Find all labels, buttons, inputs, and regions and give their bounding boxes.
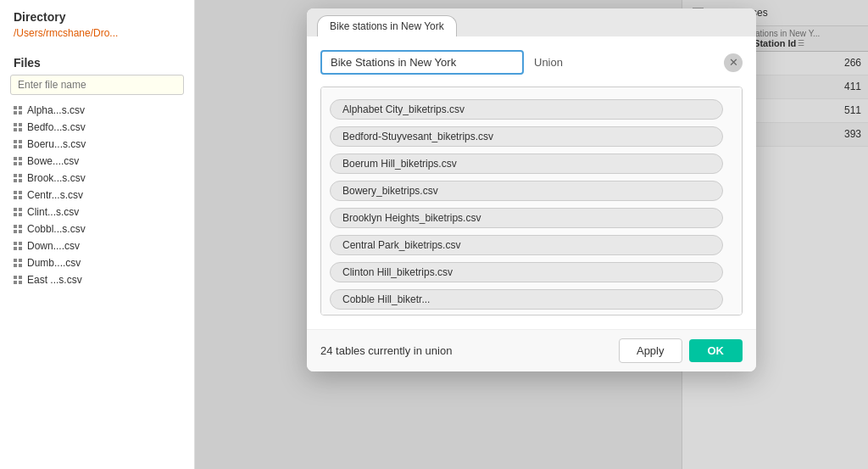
modal-overlay: Bike stations in New York Union ✕ Alphab… [195,0,868,469]
list-item[interactable]: Alpha...s.csv [0,102,194,119]
union-type-label: Union [534,56,563,69]
list-item[interactable]: Dumb....csv [0,254,194,271]
file-list: Alpha...s.csv Bedfo...s.csv Boeru...s.cs… [0,102,194,459]
sidebar: Directory /Users/rmcshane/Dro... Files A… [0,0,195,469]
modal-tab-label: Bike stations in New York [330,20,444,32]
file-search-input[interactable] [10,75,184,95]
modal-file-list: Alphabet City_biketrips.csv Bedford-Stuy… [320,87,743,315]
modal-file-item[interactable]: Clinton Hill_biketrips.csv [330,262,723,282]
list-item[interactable]: Bedfo...s.csv [0,119,194,136]
file-name: Down....csv [27,240,80,252]
list-item[interactable]: East ...s.csv [0,271,194,288]
modal-file-item[interactable]: Central Park_biketrips.csv [330,235,723,255]
directory-title: Directory [0,10,194,27]
modal-tab-active[interactable]: Bike stations in New York [317,15,457,36]
list-item[interactable]: Bowe....csv [0,153,194,170]
file-name: Clint...s.csv [27,206,79,218]
file-name: Brook...s.csv [27,172,86,184]
list-item[interactable]: Clint...s.csv [0,204,194,221]
file-name: Boeru...s.csv [27,138,86,150]
modal-file-item[interactable]: Boerum Hill_biketrips.csv [330,154,723,174]
file-name: Centr...s.csv [27,189,83,201]
list-item[interactable]: Cobbl...s.csv [0,221,194,237]
modal-content: Union ✕ Alphabet City_biketrips.csv Bedf… [307,36,756,329]
union-modal: Bike stations in New York Union ✕ Alphab… [307,8,756,371]
file-name: Bedfo...s.csv [27,121,86,133]
files-title: Files [0,49,194,75]
main-area: Bike stations in New York Show aliases #… [195,0,868,469]
file-name: Bowe....csv [27,155,79,167]
modal-file-item[interactable]: Alphabet City_biketrips.csv [330,99,723,120]
file-name: East ...s.csv [27,274,82,286]
list-item[interactable]: Boeru...s.csv [0,136,194,153]
file-name: Alpha...s.csv [27,104,85,116]
list-item[interactable]: Centr...s.csv [0,187,194,204]
list-item[interactable]: Brook...s.csv [0,170,194,187]
file-name: Cobbl...s.csv [27,223,86,235]
union-name-input[interactable] [320,50,524,75]
table-count-label: 24 tables currently in union [320,344,619,357]
union-name-row: Union ✕ [320,50,743,75]
list-item[interactable]: Down....csv [0,237,194,254]
directory-path[interactable]: /Users/rmcshane/Dro... [0,27,194,49]
modal-file-item[interactable]: Brooklyn Heights_biketrips.csv [330,208,723,228]
modal-file-item[interactable]: Bowery_biketrips.csv [330,181,723,201]
file-name: Dumb....csv [27,257,81,269]
modal-close-button[interactable]: ✕ [724,53,743,72]
modal-file-item[interactable]: Cobble Hill_biketr... [330,289,723,310]
modal-tab-bar: Bike stations in New York [307,8,756,36]
apply-button[interactable]: Apply [619,338,682,363]
modal-footer: 24 tables currently in union Apply OK [307,329,756,371]
ok-button[interactable]: OK [689,339,743,362]
modal-file-item[interactable]: Bedford-Stuyvesant_biketrips.csv [330,126,723,147]
